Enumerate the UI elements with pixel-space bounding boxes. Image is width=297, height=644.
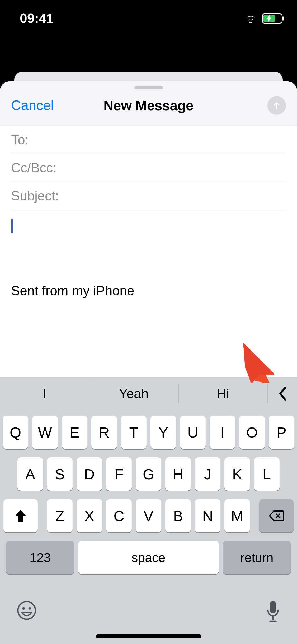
key-d[interactable]: D [77, 457, 102, 491]
key-row-4: 123 space return [3, 541, 294, 574]
return-key[interactable]: return [223, 541, 291, 574]
compose-header: Cancel New Message [0, 81, 297, 126]
dictation-button[interactable] [265, 600, 281, 623]
subject-field[interactable]: Subject: [11, 182, 286, 210]
status-time: 09:41 [20, 11, 54, 26]
key-n[interactable]: N [195, 499, 220, 532]
svg-point-1 [22, 607, 25, 610]
cancel-button[interactable]: Cancel [11, 97, 54, 113]
key-r[interactable]: R [91, 416, 117, 449]
emoji-button[interactable] [16, 600, 37, 622]
delete-key[interactable] [259, 499, 294, 532]
key-e[interactable]: E [62, 416, 87, 449]
emoji-icon [16, 600, 37, 621]
key-l[interactable]: L [254, 457, 280, 491]
key-s[interactable]: S [47, 457, 73, 491]
key-a[interactable]: A [17, 457, 43, 491]
page-title: New Message [103, 98, 194, 113]
wifi-icon [244, 14, 257, 23]
ccbcc-label: Cc/Bcc: [11, 160, 56, 176]
key-t[interactable]: T [121, 416, 147, 449]
home-indicator[interactable] [96, 634, 201, 638]
key-z[interactable]: Z [47, 499, 73, 532]
key-g[interactable]: G [136, 457, 161, 491]
shift-key[interactable] [3, 499, 38, 532]
microphone-icon [265, 600, 281, 622]
key-i[interactable]: I [210, 416, 235, 449]
message-body[interactable]: Sent from my iPhone [0, 210, 297, 306]
key-o[interactable]: O [239, 416, 265, 449]
predictive-bar: I Yeah Hi [0, 377, 297, 410]
header-fields: To: Cc/Bcc: Subject: [0, 126, 297, 210]
shift-icon [14, 509, 27, 522]
to-field[interactable]: To: [11, 126, 286, 154]
send-button[interactable] [267, 96, 286, 115]
key-f[interactable]: F [106, 457, 132, 491]
signature-text: Sent from my iPhone [11, 283, 286, 298]
predictive-suggestion-2[interactable]: Yeah [89, 386, 178, 401]
battery-icon [262, 13, 282, 24]
key-h[interactable]: H [165, 457, 191, 491]
key-q[interactable]: Q [3, 416, 28, 449]
predictive-collapse-button[interactable] [268, 386, 297, 401]
keyboard: I Yeah Hi Q W E R T Y U I O P [0, 377, 297, 644]
status-right [244, 13, 282, 24]
compose-sheet: Cancel New Message To: Cc/Bcc: Subject: … [0, 81, 297, 644]
status-bar: 09:41 [0, 0, 297, 37]
key-x[interactable]: X [77, 499, 102, 532]
key-v[interactable]: V [136, 499, 161, 532]
arrow-up-icon [271, 100, 282, 111]
text-cursor [11, 219, 13, 233]
ccbcc-field[interactable]: Cc/Bcc: [11, 154, 286, 182]
subject-label: Subject: [11, 188, 59, 204]
key-m[interactable]: M [224, 499, 250, 532]
key-row-2: A S D F G H J K L [3, 457, 294, 491]
to-label: To: [11, 132, 29, 148]
space-key[interactable]: space [78, 541, 219, 574]
predictive-suggestion-1[interactable]: I [0, 386, 89, 401]
svg-point-0 [18, 602, 35, 619]
key-row-1: Q W E R T Y U I O P [3, 416, 294, 449]
key-c[interactable]: C [106, 499, 132, 532]
key-u[interactable]: U [180, 416, 206, 449]
key-p[interactable]: P [269, 416, 294, 449]
sheet-grabber[interactable] [134, 86, 163, 89]
predictive-suggestion-3[interactable]: Hi [179, 386, 267, 401]
key-b[interactable]: B [165, 499, 191, 532]
backspace-icon [268, 510, 284, 522]
key-k[interactable]: K [224, 457, 250, 491]
svg-rect-3 [270, 601, 276, 613]
key-y[interactable]: Y [150, 416, 176, 449]
chevron-left-icon [277, 386, 287, 401]
numbers-key[interactable]: 123 [6, 541, 74, 574]
key-j[interactable]: J [195, 457, 220, 491]
svg-point-2 [29, 607, 31, 610]
key-w[interactable]: W [32, 416, 58, 449]
key-row-3: Z X C V B N M [3, 499, 294, 532]
